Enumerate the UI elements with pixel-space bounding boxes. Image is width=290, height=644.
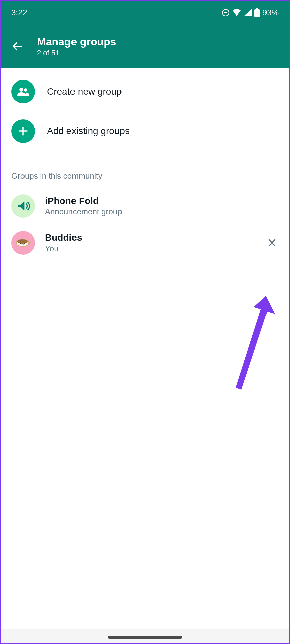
nav-bar-handle[interactable] <box>108 636 182 639</box>
group-avatar <box>11 231 35 255</box>
group-name: iPhone Fold <box>45 196 279 206</box>
wifi-icon <box>232 9 241 16</box>
group-item-announcement[interactable]: iPhone Fold Announcement group <box>1 187 289 224</box>
people-icon <box>11 80 35 103</box>
svg-rect-2 <box>256 8 258 9</box>
group-info: Buddies You <box>45 232 255 253</box>
announcement-icon <box>11 194 35 218</box>
create-group-button[interactable]: Create new group <box>1 72 289 111</box>
status-time: 3:22 <box>11 8 27 17</box>
add-existing-label: Add existing groups <box>47 126 130 137</box>
group-subtitle: Announcement group <box>45 207 279 216</box>
svg-point-12 <box>24 243 25 244</box>
signal-icon <box>244 9 252 16</box>
battery-percent: 93% <box>262 8 279 17</box>
group-item-buddies[interactable]: Buddies You <box>1 224 289 261</box>
svg-point-10 <box>17 239 28 244</box>
group-info: iPhone Fold Announcement group <box>45 196 279 216</box>
group-name: Buddies <box>45 232 255 243</box>
status-right: 93% <box>222 8 279 17</box>
status-bar: 3:22 93% <box>1 1 289 24</box>
back-button[interactable] <box>11 40 23 52</box>
plus-icon <box>11 119 35 143</box>
app-bar-titles: Manage groups 2 of 51 <box>37 36 116 57</box>
create-group-label: Create new group <box>47 86 122 97</box>
svg-point-5 <box>19 88 23 92</box>
app-bar: Manage groups 2 of 51 <box>1 24 289 68</box>
battery-icon <box>254 8 260 17</box>
section-header: Groups in this community <box>1 158 289 187</box>
svg-rect-3 <box>254 9 260 17</box>
svg-point-6 <box>24 88 27 92</box>
do-not-disturb-icon <box>222 9 230 17</box>
page-subtitle: 2 of 51 <box>37 49 116 57</box>
svg-point-11 <box>20 243 21 244</box>
add-existing-button[interactable]: Add existing groups <box>1 111 289 151</box>
page-title: Manage groups <box>37 36 116 48</box>
group-subtitle: You <box>45 244 255 253</box>
remove-group-button[interactable] <box>265 236 279 250</box>
action-list: Create new group Add existing groups <box>1 68 289 154</box>
annotation-arrow <box>226 293 280 395</box>
